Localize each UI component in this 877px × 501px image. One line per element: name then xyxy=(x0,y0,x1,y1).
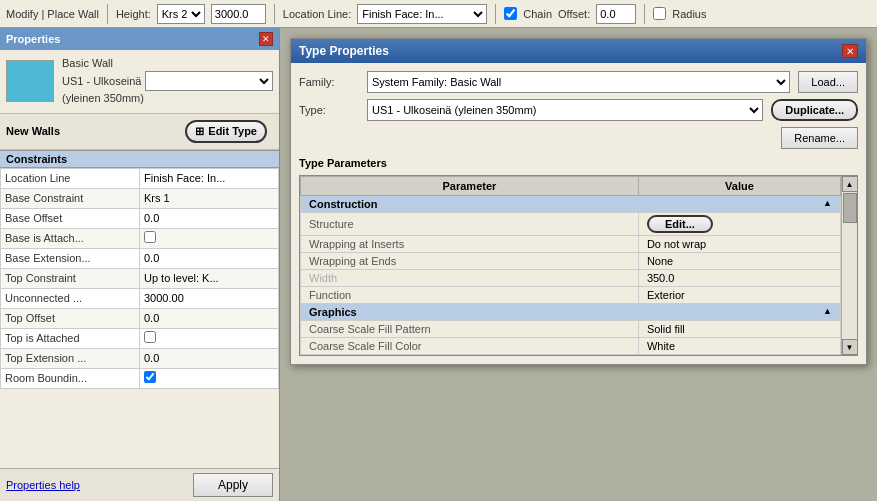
toolbar-radius-checkbox[interactable] xyxy=(653,7,666,20)
param-name-0-3: Width xyxy=(301,270,639,287)
wall-name-line2: US1 - Ulkoseinä xyxy=(62,74,141,89)
prop-checkbox-3[interactable] xyxy=(144,231,156,243)
scroll-thumb[interactable] xyxy=(843,193,857,223)
toolbar-modify-label: Modify | Place Wall xyxy=(6,8,99,20)
panel-footer: Properties help Apply xyxy=(0,468,279,501)
prop-param-7: Top Offset xyxy=(1,308,140,328)
toolbar-separator-4 xyxy=(644,4,645,24)
type-select[interactable]: US1 - Ulkoseinä (yleinen 350mm) xyxy=(367,99,763,121)
toolbar-location-label: Location Line: xyxy=(283,8,352,20)
prop-param-1: Base Constraint xyxy=(1,188,140,208)
toolbar-location-select[interactable]: Finish Face: In... xyxy=(357,4,487,24)
properties-header: Properties ✕ xyxy=(0,28,279,50)
prop-value-5: Up to level: K... xyxy=(140,268,279,288)
new-walls-label: New Walls xyxy=(6,125,60,137)
prop-param-2: Base Offset xyxy=(1,208,140,228)
param-value-0-0: Edit... xyxy=(638,213,840,236)
toolbar-separator-2 xyxy=(274,4,275,24)
param-value-1-1: White xyxy=(638,338,840,355)
prop-param-5: Top Constraint xyxy=(1,268,140,288)
properties-panel: Properties ✕ Basic Wall US1 - Ulkoseinä … xyxy=(0,28,280,501)
new-walls-row: New Walls ⊞ Edit Type xyxy=(0,114,279,150)
param-name-1-1: Coarse Scale Fill Color xyxy=(301,338,639,355)
prop-value-7: 0.0 xyxy=(140,308,279,328)
properties-title: Properties xyxy=(6,33,60,45)
prop-value-0: Finish Face: In... xyxy=(140,168,279,188)
wall-type-select[interactable] xyxy=(145,71,273,91)
load-button[interactable]: Load... xyxy=(798,71,858,93)
prop-param-0: Location Line xyxy=(1,168,140,188)
wall-preview-area: Basic Wall US1 - Ulkoseinä (yleinen 350m… xyxy=(0,50,279,114)
scroll-up-arrow[interactable]: ▲ xyxy=(842,176,858,192)
family-row: Family: System Family: Basic Wall Load..… xyxy=(299,71,858,93)
prop-param-10: Room Boundin... xyxy=(1,368,140,388)
type-properties-dialog: Type Properties ✕ Family: System Family:… xyxy=(290,38,867,365)
toolbar-offset-label: Offset: xyxy=(558,8,590,20)
type-params-label: Type Parameters xyxy=(299,157,858,169)
type-row: Type: US1 - Ulkoseinä (yleinen 350mm) Du… xyxy=(299,99,858,121)
toolbar-height-label: Height: xyxy=(116,8,151,20)
prop-value-6: 3000.00 xyxy=(140,288,279,308)
prop-value-2: 0.0 xyxy=(140,208,279,228)
prop-value-9: 0.0 xyxy=(140,348,279,368)
edit-type-label: Edit Type xyxy=(208,125,257,137)
prop-param-3: Base is Attach... xyxy=(1,228,140,248)
toolbar-chain-label: Chain xyxy=(523,8,552,20)
prop-value-4: 0.0 xyxy=(140,248,279,268)
apply-button[interactable]: Apply xyxy=(193,473,273,497)
duplicate-button[interactable]: Duplicate... xyxy=(771,99,858,121)
toolbar-height-select[interactable]: Krs 2 xyxy=(157,4,205,24)
toolbar-height-input[interactable] xyxy=(211,4,266,24)
family-label: Family: xyxy=(299,76,359,88)
family-select[interactable]: System Family: Basic Wall xyxy=(367,71,790,93)
param-name-1-0: Coarse Scale Fill Pattern xyxy=(301,321,639,338)
scroll-down-arrow[interactable]: ▼ xyxy=(842,339,858,355)
param-name-0-4: Function xyxy=(301,287,639,304)
toolbar-radius-label: Radius xyxy=(672,8,706,20)
scrollbar[interactable]: ▲ ▼ xyxy=(841,176,857,355)
prop-param-8: Top is Attached xyxy=(1,328,140,348)
edit-type-button[interactable]: ⊞ Edit Type xyxy=(185,120,267,143)
prop-value-3 xyxy=(140,228,279,248)
rename-row: Rename... xyxy=(299,127,858,149)
col-value-header: Value xyxy=(638,177,840,196)
type-label: Type: xyxy=(299,104,359,116)
rename-button[interactable]: Rename... xyxy=(781,127,858,149)
param-name-0-1: Wrapping at Inserts xyxy=(301,236,639,253)
param-value-1-0: Solid fill xyxy=(638,321,840,338)
wall-name-line3: (yleinen 350mm) xyxy=(62,91,273,106)
prop-value-10 xyxy=(140,368,279,388)
param-value-0-4: Exterior xyxy=(638,287,840,304)
param-value-0-3: 350.0 xyxy=(638,270,840,287)
dialog-body: Family: System Family: Basic Wall Load..… xyxy=(291,63,866,364)
toolbar-separator-3 xyxy=(495,4,496,24)
section-header-1: Graphics▲ xyxy=(301,304,841,321)
prop-param-6: Unconnected ... xyxy=(1,288,140,308)
toolbar-offset-input[interactable] xyxy=(596,4,636,24)
structure-edit-button[interactable]: Edit... xyxy=(647,215,713,233)
prop-checkbox-8[interactable] xyxy=(144,331,156,343)
param-value-0-2: None xyxy=(638,253,840,270)
edit-type-icon: ⊞ xyxy=(195,125,204,138)
properties-table: Location LineFinish Face: In...Base Cons… xyxy=(0,168,279,389)
toolbar-separator-1 xyxy=(107,4,108,24)
param-value-0-1: Do not wrap xyxy=(638,236,840,253)
param-name-0-2: Wrapping at Ends xyxy=(301,253,639,270)
constraints-section-header: Constraints xyxy=(0,150,279,168)
properties-help-link[interactable]: Properties help xyxy=(6,479,80,491)
dialog-title: Type Properties xyxy=(299,44,389,58)
toolbar: Modify | Place Wall Height: Krs 2 Locati… xyxy=(0,0,877,28)
dialog-titlebar: Type Properties ✕ xyxy=(291,39,866,63)
main-area: Properties ✕ Basic Wall US1 - Ulkoseinä … xyxy=(0,28,877,501)
dialog-close-button[interactable]: ✕ xyxy=(842,44,858,58)
prop-value-1: Krs 1 xyxy=(140,188,279,208)
params-table: Parameter Value Construction▲StructureEd… xyxy=(300,176,841,355)
wall-name-line1: Basic Wall xyxy=(62,56,273,71)
toolbar-chain-checkbox[interactable] xyxy=(504,7,517,20)
properties-close-button[interactable]: ✕ xyxy=(259,32,273,46)
prop-value-8 xyxy=(140,328,279,348)
wall-icon xyxy=(6,60,54,102)
prop-checkbox-10[interactable] xyxy=(144,371,156,383)
col-param-header: Parameter xyxy=(301,177,639,196)
scroll-track[interactable] xyxy=(842,192,858,339)
